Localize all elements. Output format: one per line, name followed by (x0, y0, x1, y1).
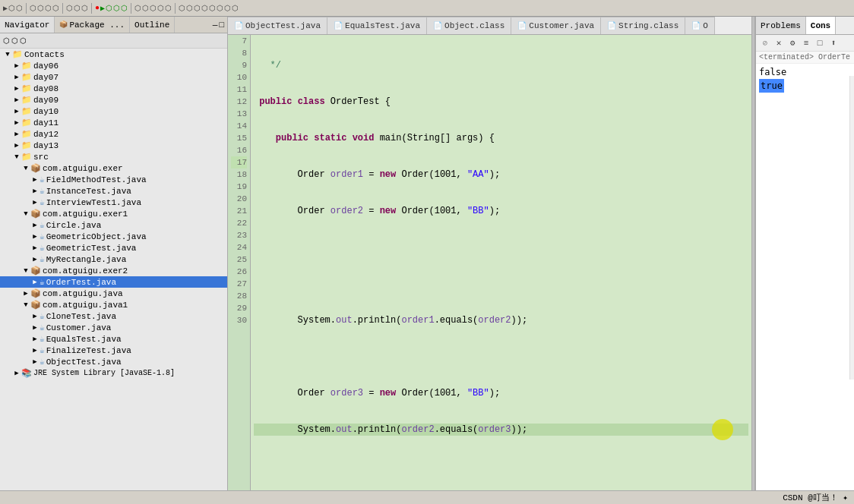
day13-icon: 📁 (21, 140, 32, 150)
sidebar-item-day12[interactable]: ▶ 📁 day12 (0, 128, 227, 140)
tab-stringclass[interactable]: 📄 String.class (601, 17, 685, 34)
tab-equalstest-icon: 📄 (334, 21, 343, 30)
sidebar-item-day08[interactable]: ▶ 📁 day08 (0, 83, 227, 94)
ln-10: 10 (231, 71, 247, 83)
pkg-exer-label: com.atguigu.exer (43, 164, 123, 173)
ot-label: OrderTest.java (46, 278, 116, 287)
sidebar-tab-outline[interactable]: Outline (130, 17, 175, 33)
console-tool-terminate[interactable]: ⊘ (759, 37, 771, 49)
line-14: System.out.println(order1.equals(order2)… (254, 314, 748, 326)
day07-icon: 📁 (21, 72, 32, 82)
ln-8: 8 (231, 47, 247, 59)
tab-objecttest-icon: 📄 (234, 21, 243, 30)
jre-icon: 📚 (21, 368, 32, 378)
tab-o[interactable]: 📄 O (685, 17, 715, 34)
tab-customer-label: Customer.java (529, 21, 594, 30)
sidebar-item-pkg-exer2[interactable]: ▼ 📦 com.atguigu.exer2 (0, 265, 227, 276)
tab-customer[interactable]: 📄 Customer.java (511, 17, 601, 34)
sidebar-item-finalizetest[interactable]: ▶ ☕ FinalizeTest.java (0, 345, 227, 356)
console-tab-label: Cons (811, 21, 830, 30)
tab-objectclass-icon: 📄 (433, 21, 442, 30)
sidebar-tool-icon-2[interactable]: ⬡ (11, 36, 18, 46)
sidebar-header-tabs: Navigator 📦 Package ... Outline — □ (0, 17, 227, 33)
sidebar-item-clonetest[interactable]: ▶ ☕ CloneTest.java (0, 310, 227, 322)
pkg-exer2-label: com.atguigu.exer2 (43, 266, 128, 276)
sidebar-item-circle[interactable]: ▶ ☕ Circle.java (0, 219, 227, 231)
go-icon: ☕ (40, 232, 45, 241)
sidebar-item-interviewtest1[interactable]: ▶ ☕ InterviewTest1.java (0, 197, 227, 208)
sidebar-item-src[interactable]: ▼ 📁 src (0, 151, 227, 162)
line-11: Order order2 = new Order(1001, "BB"); (254, 205, 748, 217)
sidebar-item-day07[interactable]: ▶ 📁 day07 (0, 71, 227, 83)
sidebar-item-ordertest[interactable]: ▶ ☕ OrderTest.java (0, 276, 227, 288)
day08-label: day08 (33, 84, 59, 93)
sidebar-item-day06[interactable]: ▶ 📁 day06 (0, 60, 227, 71)
oj-arrow: ▶ (30, 358, 40, 366)
sidebar-tool-icon-1[interactable]: ⬡ (3, 36, 10, 46)
console-tab-problems[interactable]: Problems (756, 17, 806, 34)
ft-arrow: ▶ (30, 346, 40, 354)
sidebar-item-pkg-java[interactable]: ▶ 📦 com.atguigu.java (0, 288, 227, 299)
sidebar-tree-container: ▼ 📁 Contacts ▶ 📁 day06 ▶ 📁 day07 (0, 49, 227, 490)
ej-icon: ☕ (40, 334, 45, 344)
console-tool-menu[interactable]: ≡ (800, 37, 812, 49)
ln-7: 7 (231, 35, 247, 47)
navigator-tab-label: Navigator (5, 20, 49, 30)
sidebar-item-contacts[interactable]: ▼ 📁 Contacts (0, 49, 227, 60)
tab-objecttest[interactable]: 📄 ObjectTest.java (228, 17, 327, 34)
sidebar-item-objecttest-j[interactable]: ▶ ☕ ObjectTest.java (0, 356, 227, 367)
ln-11: 11 (231, 83, 247, 96)
sidebar-item-myrectangle[interactable]: ▶ ☕ MyRectangle.java (0, 254, 227, 265)
pkg-exer-icon: 📦 (30, 163, 41, 173)
tab-objectclass[interactable]: 📄 Object.class (427, 17, 511, 34)
line-15 (254, 351, 748, 363)
ln-22: 22 (231, 217, 247, 229)
sidebar-item-pkg-exer[interactable]: ▼ 📦 com.atguigu.exer (0, 162, 227, 174)
status-text: CSDN @叮当！ ✦ (783, 492, 848, 503)
it-label: InstanceTest.java (46, 187, 131, 196)
sidebar-item-pkg-java1[interactable]: ▼ 📦 com.atguigu.java1 (0, 299, 227, 310)
console-tool-maximize[interactable]: □ (814, 37, 826, 49)
sidebar-tab-package[interactable]: 📦 Package ... (55, 17, 130, 33)
console-tab-console[interactable]: Cons (806, 17, 836, 34)
sidebar-minimize-icon[interactable]: — (213, 20, 218, 30)
sidebar-item-pkg-exer1[interactable]: ▼ 📦 com.atguigu.exer1 (0, 208, 227, 219)
ct-icon: ☕ (40, 311, 45, 321)
console-tool-scroll[interactable]: ⬆ (827, 37, 840, 49)
line-16: Order order3 = new Order(1001, "BB"); (254, 387, 748, 399)
sidebar-item-day11[interactable]: ▶ 📁 day11 (0, 117, 227, 128)
ln-26: 26 (231, 266, 247, 278)
go-arrow: ▶ (30, 232, 40, 241)
ln-24: 24 (231, 241, 247, 254)
day10-arrow: ▶ (12, 107, 21, 115)
sidebar-item-fieldmethodtest[interactable]: ▶ ☕ FieldMethodTest.java (0, 174, 227, 185)
sidebar-maximize-icon[interactable]: □ (219, 20, 224, 30)
sidebar-item-day10[interactable]: ▶ 📁 day10 (0, 106, 227, 117)
code-editor[interactable]: 7 8 9 10 11 12 13 14 15 16 17 18 19 20 2… (228, 35, 751, 490)
sidebar-item-equalstest-j[interactable]: ▶ ☕ EqualsTest.java (0, 333, 227, 345)
sidebar-item-day09[interactable]: ▶ 📁 day09 (0, 94, 227, 106)
day11-arrow: ▶ (12, 118, 21, 127)
console-tool-settings[interactable]: ⚙ (786, 37, 799, 49)
day07-label: day07 (33, 73, 59, 82)
oj-icon: ☕ (40, 357, 45, 367)
tab-equalstest[interactable]: 📄 EqualsTest.java (327, 17, 427, 34)
ct-arrow: ▶ (30, 312, 40, 320)
sidebar-tool-icon-3[interactable]: ⬡ (20, 36, 27, 46)
console-scrollbar[interactable] (849, 76, 854, 380)
pkg-exer2-arrow: ▼ (21, 267, 30, 275)
sidebar-item-jre[interactable]: ▶ 📚 JRE System Library [JavaSE-1.8] (0, 367, 227, 379)
day12-icon: 📁 (21, 129, 32, 139)
src-arrow: ▼ (12, 153, 21, 161)
sidebar-item-day13[interactable]: ▶ 📁 day13 (0, 140, 227, 151)
sidebar-item-geometricobject[interactable]: ▶ ☕ GeometricObject.java (0, 231, 227, 242)
sidebar-item-instancetest[interactable]: ▶ ☕ InstanceTest.java (0, 185, 227, 197)
line-18 (254, 460, 748, 472)
sidebar-item-customer-j1[interactable]: ▶ ☕ Customer.java (0, 322, 227, 333)
sidebar-item-geometrictest[interactable]: ▶ ☕ GeometricTest.java (0, 242, 227, 254)
console-tool-close[interactable]: ✕ (773, 37, 785, 49)
ot-icon: ☕ (40, 277, 45, 287)
src-icon: 📁 (21, 152, 32, 162)
sidebar-tab-navigator[interactable]: Navigator (0, 17, 55, 33)
pkg-java-label: com.atguigu.java (43, 289, 123, 298)
